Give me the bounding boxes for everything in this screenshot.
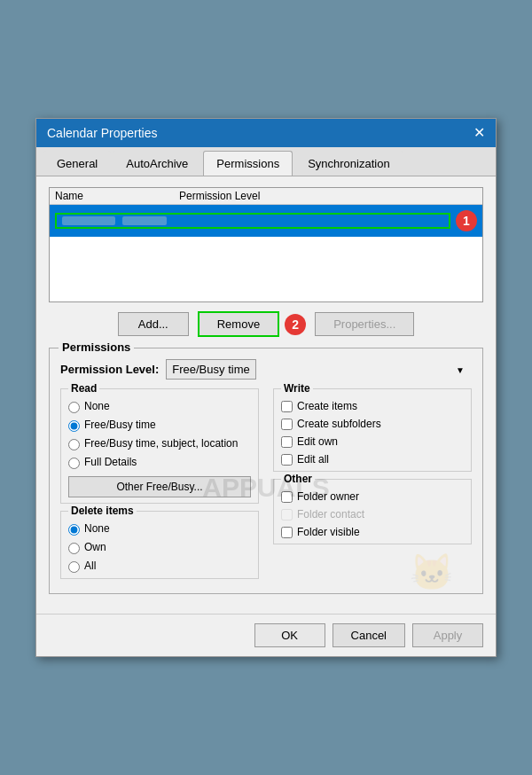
edit-own-checkbox[interactable] xyxy=(281,436,293,448)
calendar-properties-dialog: Calendar Properties ✕ General AutoArchiv… xyxy=(35,118,497,657)
read-freebusy-subject-label: Free/Busy time, subject, location xyxy=(84,437,238,450)
ok-button[interactable]: OK xyxy=(254,623,325,647)
perm-blur xyxy=(122,216,167,225)
apply-button[interactable]: Apply xyxy=(412,623,483,647)
delete-all-radio[interactable] xyxy=(68,561,80,573)
write-group: Write Create items Create subfolders xyxy=(273,388,472,472)
delete-own: Own xyxy=(68,541,251,554)
dialog-title: Calendar Properties xyxy=(47,126,158,140)
tab-autoarchive[interactable]: AutoArchive xyxy=(113,151,201,176)
permission-level-wrapper: Free/Busy time ▼ xyxy=(166,359,472,380)
permission-level-row: Permission Level: Free/Busy time ▼ xyxy=(60,359,472,380)
folder-owner-checkbox[interactable] xyxy=(281,491,293,503)
edit-own-label: Edit own xyxy=(297,435,338,448)
other-title: Other xyxy=(281,473,315,485)
close-button[interactable]: ✕ xyxy=(473,126,485,140)
delete-own-label: Own xyxy=(84,541,106,553)
other-group: Other Folder owner Folder contact xyxy=(273,479,472,544)
header-permission: Permission Level xyxy=(179,190,477,202)
tab-permissions[interactable]: Permissions xyxy=(203,151,293,176)
header-name: Name xyxy=(55,190,179,202)
create-items-label: Create items xyxy=(297,400,357,412)
delete-group: Delete items None Own All xyxy=(60,511,259,579)
create-subfolders-checkbox[interactable] xyxy=(281,419,293,430)
create-subfolders-label: Create subfolders xyxy=(297,418,381,430)
list-header: Name Permission Level xyxy=(50,188,482,205)
cancel-button[interactable]: Cancel xyxy=(332,623,405,647)
add-button[interactable]: Add... xyxy=(118,312,189,336)
create-items-checkbox[interactable] xyxy=(281,401,293,412)
perm-left-col: Read None Free/Busy time F xyxy=(60,388,259,586)
title-bar: Calendar Properties ✕ xyxy=(36,119,496,147)
selected-row-highlight xyxy=(55,213,450,229)
tab-general[interactable]: General xyxy=(43,151,111,176)
table-row[interactable]: 1 xyxy=(50,205,482,237)
delete-own-radio[interactable] xyxy=(68,543,80,554)
perm-right-col: Write Create items Create subfolders xyxy=(273,388,472,586)
other-folder-visible: Folder visible xyxy=(281,526,464,538)
write-edit-own: Edit own xyxy=(281,435,464,448)
folder-contact-checkbox[interactable] xyxy=(281,509,293,521)
read-freebusy-label: Free/Busy time xyxy=(84,419,156,431)
read-none: None xyxy=(68,400,251,413)
read-full-details-label: Full Details xyxy=(84,456,137,468)
remove-button[interactable]: Remove xyxy=(198,311,279,337)
tab-bar: General AutoArchive Permissions Synchron… xyxy=(36,147,496,176)
read-title: Read xyxy=(68,382,99,395)
other-free-busy-button[interactable]: Other Free/Busy... xyxy=(68,476,251,497)
read-none-radio[interactable] xyxy=(68,402,80,413)
write-create-subfolders: Create subfolders xyxy=(281,418,464,430)
read-group: Read None Free/Busy time F xyxy=(60,388,259,504)
other-folder-contact: Folder contact xyxy=(281,508,464,521)
folder-visible-checkbox[interactable] xyxy=(281,527,293,538)
properties-button[interactable]: Properties... xyxy=(315,312,414,336)
folder-visible-label: Folder visible xyxy=(297,526,360,538)
delete-title: Delete items xyxy=(68,505,137,517)
perm-columns: Read None Free/Busy time F xyxy=(60,388,472,586)
delete-none-label: None xyxy=(84,522,110,535)
folder-contact-label: Folder contact xyxy=(297,508,364,521)
read-freebusy: Free/Busy time xyxy=(68,419,251,432)
badge-2: 2 xyxy=(285,314,306,335)
dialog-content: Name Permission Level 1 Add... Remove 2 xyxy=(36,176,496,614)
permission-level-label: Permission Level: xyxy=(60,363,159,376)
permissions-columns: APPUALS 🐱 Read None xyxy=(60,388,472,586)
write-title: Write xyxy=(281,382,313,395)
action-buttons: Add... Remove 2 Properties... xyxy=(49,311,483,337)
read-full-details-radio[interactable] xyxy=(68,458,80,469)
read-none-label: None xyxy=(84,400,110,412)
tab-synchronization[interactable]: Synchronization xyxy=(294,151,403,176)
remove-button-wrapper: Remove 2 xyxy=(198,311,306,337)
permission-level-select[interactable]: Free/Busy time xyxy=(166,359,256,380)
other-folder-owner: Folder owner xyxy=(281,490,464,503)
write-edit-all: Edit all xyxy=(281,453,464,466)
delete-none-radio[interactable] xyxy=(68,524,80,536)
delete-none: None xyxy=(68,522,251,536)
read-full-details: Full Details xyxy=(68,456,251,469)
bottom-button-bar: OK Cancel Apply xyxy=(36,614,496,656)
edit-all-label: Edit all xyxy=(297,453,329,466)
read-freebusy-radio[interactable] xyxy=(68,420,80,432)
edit-all-checkbox[interactable] xyxy=(281,454,293,466)
permissions-section: Permissions Permission Level: Free/Busy … xyxy=(49,348,483,594)
user-list[interactable]: Name Permission Level 1 xyxy=(49,187,483,302)
name-blur xyxy=(62,216,115,225)
read-freebusy-subject: Free/Busy time, subject, location xyxy=(68,437,251,450)
chevron-down-icon: ▼ xyxy=(456,364,465,374)
read-freebusy-subject-radio[interactable] xyxy=(68,439,80,450)
delete-all: All xyxy=(68,560,251,573)
folder-owner-label: Folder owner xyxy=(297,490,359,503)
write-create-items: Create items xyxy=(281,400,464,412)
permissions-title: Permissions xyxy=(59,341,134,354)
badge-1: 1 xyxy=(456,210,477,231)
delete-all-label: All xyxy=(84,560,96,572)
